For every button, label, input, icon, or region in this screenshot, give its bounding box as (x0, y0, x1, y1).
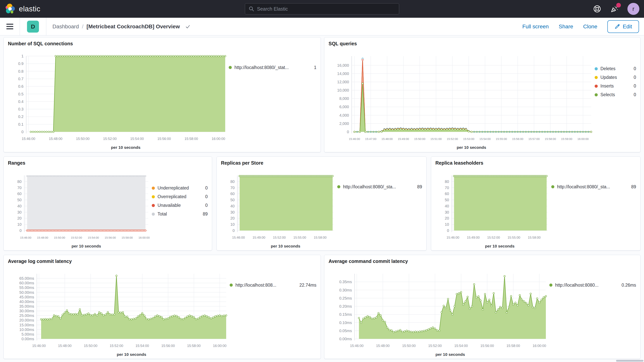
svg-text:50: 50 (230, 198, 235, 202)
chart-legend: http://localhost:8080/_stat...1 (229, 48, 316, 150)
svg-text:8,000: 8,000 (339, 96, 349, 100)
sql-queries-chart[interactable]: 16,00014,00012,00010,0008,0006,0004,0002… (328, 48, 595, 150)
svg-text:per 10 seconds: per 10 seconds (271, 244, 300, 248)
svg-text:45.00ms: 45.00ms (19, 295, 34, 299)
legend-item[interactable]: Inserts0 (595, 82, 636, 90)
elastic-logo[interactable]: elastic (0, 4, 40, 14)
notification-dot (616, 3, 621, 8)
replicas-per-store-chart[interactable]: 8070605040302010015:46:0015:49:0015:52:0… (221, 167, 337, 249)
legend-series-label: http://localhost:8080/_stat... (234, 65, 310, 70)
svg-text:15:57:00: 15:57:00 (528, 137, 540, 140)
svg-text:15:59:00: 15:59:00 (561, 137, 572, 140)
svg-text:10: 10 (230, 222, 235, 226)
legend-series-dot (152, 186, 155, 190)
svg-text:20.00ms: 20.00ms (19, 318, 34, 322)
svg-text:65.00ms: 65.00ms (19, 276, 34, 280)
svg-text:15:52:00: 15:52:00 (103, 137, 117, 141)
svg-text:per 10 seconds: per 10 seconds (457, 145, 486, 150)
avg-log-commit-latency-chart[interactable]: 65.00ms60.00ms55.00ms50.00ms45.00ms40.00… (8, 265, 230, 357)
svg-text:40: 40 (445, 204, 449, 208)
svg-text:15:55:00: 15:55:00 (508, 236, 520, 240)
chart-legend: http://localhost:8080...0.26ms (549, 265, 636, 357)
chart-legend: http://localhost:808...22.74ms (230, 265, 316, 357)
search-icon (248, 6, 254, 12)
legend-series-label: Updates (600, 75, 630, 80)
global-search[interactable] (245, 3, 399, 14)
svg-text:15:58:00: 15:58:00 (184, 137, 198, 141)
user-avatar[interactable]: r (628, 3, 639, 15)
edit-button[interactable]: Edit (607, 20, 639, 33)
legend-item[interactable]: http://localhost:8080/_sta...89 (337, 184, 422, 190)
avg-command-commit-latency-chart[interactable]: 0.35ms0.30ms0.25ms0.20ms0.15ms0.10ms0.05… (328, 265, 549, 357)
svg-text:15:52:00: 15:52:00 (487, 236, 500, 240)
page-title: [Metricbeat CockroachDB] Overview (86, 24, 180, 30)
svg-text:15:50:00: 15:50:00 (414, 137, 425, 140)
svg-text:15:52:00: 15:52:00 (273, 236, 286, 240)
svg-text:15:55:00: 15:55:00 (496, 137, 507, 140)
svg-text:16:00:00: 16:00:00 (213, 344, 226, 348)
chart-legend: Deletes0Updates0Inserts0Selects0 (595, 48, 636, 150)
legend-item[interactable]: http://localhost:8080/_sta...89 (551, 184, 636, 190)
svg-text:0.00ms: 0.00ms (339, 337, 352, 341)
svg-text:16:00:00: 16:00:00 (532, 344, 546, 348)
svg-text:15:52:00: 15:52:00 (428, 344, 442, 348)
full-screen-button[interactable]: Full screen (522, 24, 549, 30)
legend-item[interactable]: http://localhost:8080...0.26ms (549, 282, 636, 288)
search-input[interactable] (257, 6, 396, 12)
legend-item[interactable]: Updates0 (595, 73, 636, 82)
svg-text:60: 60 (445, 192, 449, 196)
chart-canvas: 10.90.80.70.60.50.40.30.20.1015:46:0015:… (8, 48, 229, 150)
dashboard-grid: Number of SQL connections 10.90.80.70.60… (0, 36, 644, 359)
svg-text:0.05ms: 0.05ms (339, 329, 352, 333)
legend-series-label: http://localhost:8080/_sta... (343, 184, 413, 190)
ranges-chart[interactable]: 8070605040302010015:46:0015:48:0015:50:0… (8, 167, 152, 249)
svg-text:0.2: 0.2 (18, 114, 24, 119)
legend-series-dot (551, 185, 554, 188)
svg-text:15:47:00: 15:47:00 (365, 137, 376, 140)
svg-text:15:58:00: 15:58:00 (187, 344, 201, 348)
svg-text:2,000: 2,000 (339, 122, 349, 126)
legend-item[interactable]: http://localhost:808...22.74ms (230, 282, 316, 288)
chart-canvas: 8070605040302010015:46:0015:49:0015:52:0… (221, 167, 337, 249)
svg-text:15:49:00: 15:49:00 (398, 137, 409, 140)
svg-text:40: 40 (17, 204, 22, 208)
svg-text:40: 40 (230, 204, 235, 208)
horizontal-scrollbar[interactable] (616, 360, 644, 362)
share-button[interactable]: Share (559, 24, 573, 30)
svg-text:15:52:00: 15:52:00 (447, 137, 458, 140)
svg-text:20: 20 (445, 216, 449, 220)
svg-text:60: 60 (230, 192, 235, 196)
svg-text:15:46:00: 15:46:00 (22, 137, 35, 141)
chart-canvas: 8070605040302010015:46:0015:49:0015:52:0… (435, 167, 551, 249)
svg-text:10: 10 (17, 222, 22, 226)
legend-item[interactable]: http://localhost:8080/_stat...1 (229, 64, 316, 70)
svg-text:12,000: 12,000 (337, 80, 349, 84)
help-button[interactable] (593, 4, 602, 13)
legend-item[interactable]: Overreplicated0 (152, 192, 208, 201)
replica-leaseholders-chart[interactable]: 8070605040302010015:46:0015:49:0015:52:0… (435, 167, 551, 249)
legend-item[interactable]: Total89 (152, 210, 208, 218)
news-button[interactable] (610, 4, 619, 13)
svg-text:30.00ms: 30.00ms (19, 309, 34, 313)
svg-text:15:54:00: 15:54:00 (454, 344, 468, 348)
legend-item[interactable]: Selects0 (595, 90, 636, 99)
breadcrumb-dashboard-link[interactable]: Dashboard (52, 24, 79, 30)
svg-text:0.5: 0.5 (18, 92, 24, 96)
panel-sql-queries: SQL queries 16,00014,00012,00010,0008,00… (324, 37, 640, 152)
legend-item[interactable]: Deletes0 (595, 64, 636, 73)
svg-text:15:58:00: 15:58:00 (545, 137, 556, 140)
sql-connections-chart[interactable]: 10.90.80.70.60.50.40.30.20.1015:46:0015:… (8, 48, 229, 150)
svg-text:20: 20 (230, 216, 235, 220)
panel-sql-connections: Number of SQL connections 10.90.80.70.60… (4, 37, 321, 152)
dashboard-app-badge[interactable]: D (27, 21, 39, 32)
legend-item[interactable]: Underreplicated0 (152, 184, 208, 192)
menu-button[interactable] (0, 18, 20, 35)
svg-text:15.00ms: 15.00ms (19, 323, 34, 327)
breadcrumb-separator: / (82, 24, 84, 30)
app-header: elastic (0, 0, 644, 18)
legend-item[interactable]: Unavailable0 (152, 201, 208, 210)
legend-series-dot (152, 195, 155, 198)
clone-button[interactable]: Clone (583, 24, 597, 30)
svg-text:0.4: 0.4 (18, 100, 24, 104)
title-check-button[interactable] (185, 24, 191, 30)
